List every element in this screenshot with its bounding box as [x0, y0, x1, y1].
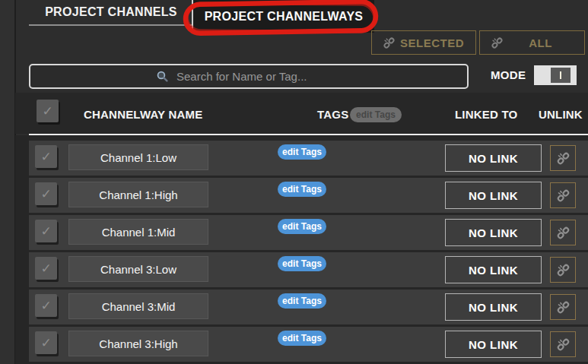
unlink-all-button[interactable]: ALL	[479, 30, 585, 55]
row-checkbox[interactable]: ✓	[35, 331, 57, 354]
channelway-name-field[interactable]: Channel 1:High	[68, 182, 208, 207]
check-icon: ✓	[40, 261, 51, 277]
unlink-button[interactable]	[550, 145, 576, 171]
table-row: ✓ Channel 3:High edit Tags NO LINK	[29, 327, 588, 362]
row-checkbox[interactable]: ✓	[35, 145, 57, 168]
table-row: ✓ Channel 1:High edit Tags NO LINK	[29, 178, 588, 213]
broken-link-icon	[555, 188, 571, 204]
broken-link-icon	[555, 262, 571, 278]
unlink-button[interactable]	[550, 257, 576, 283]
table-row: ✓ Channel 3:Mid edit Tags NO LINK	[29, 290, 588, 324]
broken-link-icon	[555, 150, 571, 166]
broken-link-icon	[555, 337, 571, 353]
link-status-button[interactable]: NO LINK	[445, 144, 542, 172]
left-edge-strip	[0, 0, 16, 364]
search-input[interactable]	[175, 69, 342, 84]
edit-tags-button[interactable]: edit Tags	[278, 331, 326, 346]
link-status-button[interactable]: NO LINK	[445, 331, 542, 358]
table-row: ✓ Channel 3:Low edit Tags NO LINK	[29, 252, 588, 287]
unlink-selected-button[interactable]: SELECTED	[371, 30, 476, 55]
header-edit-tags-button[interactable]: edit Tags	[350, 107, 402, 122]
link-status-button[interactable]: NO LINK	[445, 256, 542, 283]
header-channelway-name: CHANNELWAY NAME	[84, 108, 202, 121]
channelway-rows: ✓ Channel 1:Low edit Tags NO LINK ✓ Chan…	[29, 141, 588, 364]
channelways-panel: PROJECT CHANNELS PROJECT CHANNELWAYS SEL…	[0, 0, 588, 364]
unlink-button[interactable]	[550, 331, 576, 357]
channelway-name-field[interactable]: Channel 1:Mid	[68, 219, 208, 245]
check-icon: ✓	[40, 186, 51, 202]
broken-link-icon	[555, 225, 571, 241]
broken-link-icon	[490, 36, 504, 50]
unlink-selected-label: SELECTED	[396, 36, 468, 49]
table-header: ✓ CHANNELWAY NAME TAGS edit Tags LINKED …	[15, 93, 588, 134]
mode-toggle[interactable]	[534, 65, 577, 85]
edit-tags-button[interactable]: edit Tags	[278, 256, 326, 271]
broken-link-icon	[382, 36, 396, 50]
tab-project-channels[interactable]: PROJECT CHANNELS	[30, 0, 192, 24]
row-checkbox[interactable]: ✓	[35, 220, 57, 242]
edit-tags-button[interactable]: edit Tags	[278, 293, 326, 309]
edit-tags-button[interactable]: edit Tags	[278, 182, 326, 197]
tab-underline	[29, 24, 192, 26]
row-checkbox[interactable]: ✓	[35, 182, 57, 205]
row-checkbox[interactable]: ✓	[35, 294, 57, 317]
mode-toggle-knob[interactable]	[551, 68, 571, 83]
unlink-button[interactable]	[550, 294, 576, 320]
header-unlink: UNLINK	[539, 108, 583, 121]
table-row: ✓ Channel 1:Mid edit Tags NO LINK	[29, 215, 588, 250]
check-icon: ✓	[40, 223, 51, 239]
link-status-button[interactable]: NO LINK	[445, 293, 542, 321]
check-icon: ✓	[40, 335, 51, 351]
header-tags: TAGS	[317, 108, 348, 121]
unlink-all-label: ALL	[504, 36, 577, 49]
select-all-checkbox[interactable]: ✓	[37, 100, 59, 122]
search-icon	[156, 70, 169, 83]
mode-label: MODE	[491, 68, 526, 81]
toggle-on-indicator-icon	[560, 71, 561, 79]
channelway-name-field[interactable]: Channel 3:Low	[68, 256, 208, 282]
row-checkbox[interactable]: ✓	[35, 257, 57, 280]
header-linked-to: LINKED TO	[455, 108, 517, 121]
channelway-name-field[interactable]: Channel 3:Mid	[68, 293, 208, 319]
edit-tags-button[interactable]: edit Tags	[278, 144, 326, 160]
check-icon: ✓	[40, 149, 51, 165]
search-box[interactable]	[29, 64, 469, 89]
check-icon: ✓	[42, 103, 52, 119]
edit-tags-button[interactable]: edit Tags	[278, 219, 326, 234]
unlink-button[interactable]	[550, 220, 576, 245]
tab-project-channelways[interactable]: PROJECT CHANNELWAYS	[192, 0, 374, 33]
broken-link-icon	[555, 299, 571, 315]
table-row: ✓ Channel 1:Low edit Tags NO LINK	[29, 141, 588, 176]
check-icon: ✓	[40, 298, 51, 314]
unlink-button[interactable]	[550, 182, 576, 208]
link-status-button[interactable]: NO LINK	[445, 182, 542, 209]
channelway-name-field[interactable]: Channel 1:Low	[68, 144, 208, 170]
link-status-button[interactable]: NO LINK	[445, 219, 542, 246]
channelway-name-field[interactable]: Channel 3:High	[68, 331, 208, 356]
